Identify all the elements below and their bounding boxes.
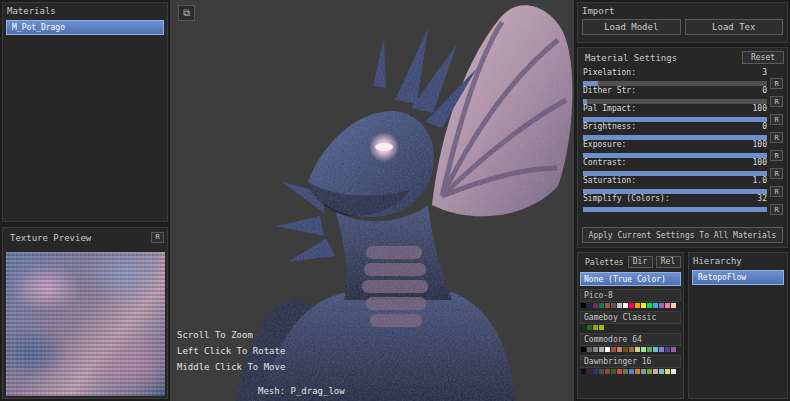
load-model-button[interactable]: Load Model xyxy=(582,19,681,35)
palette-swatch xyxy=(653,369,658,374)
palette-swatch xyxy=(605,369,610,374)
slider-reset-button[interactable]: R xyxy=(770,150,783,161)
texture-preview-image xyxy=(6,252,165,396)
palette-name: Dawnbringer 16 xyxy=(580,355,681,368)
slider-reset-button[interactable]: R xyxy=(770,204,783,215)
slider-fill xyxy=(583,207,767,212)
palette-name: None (True Color) xyxy=(580,272,681,286)
hierarchy-list: RetopoFlow xyxy=(689,267,787,288)
viewport-flip-button[interactable]: ⧉ xyxy=(178,5,195,21)
slider-dither-str: Dither Str: 0 R xyxy=(583,86,783,104)
palette-item[interactable]: Pico-8 xyxy=(580,289,681,308)
slider-exposure: Exposure: 100 R xyxy=(583,140,783,158)
flip-icon: ⧉ xyxy=(183,7,190,19)
palette-swatch xyxy=(581,347,586,352)
slider-label: Saturation: xyxy=(583,176,636,185)
hierarchy-title: Hierarchy xyxy=(689,253,787,267)
palette-swatch xyxy=(641,369,646,374)
slider-value: 0 xyxy=(762,86,767,95)
palette-swatch xyxy=(599,347,604,352)
palette-swatch xyxy=(611,303,616,308)
palettes-title: Palettes xyxy=(581,255,628,268)
hierarchy-item[interactable]: RetopoFlow xyxy=(692,270,784,285)
slider-track[interactable] xyxy=(583,207,767,212)
palette-swatch xyxy=(623,369,628,374)
slider-reset-button[interactable]: R xyxy=(770,78,783,89)
slider-reset-button[interactable]: R xyxy=(770,132,783,143)
palette-swatch xyxy=(611,347,616,352)
palette-swatch xyxy=(641,347,646,352)
slider-pal-impact: Pal Impact: 100 R xyxy=(583,104,783,122)
texture-reset-button[interactable]: R xyxy=(151,232,164,243)
palette-swatch xyxy=(581,369,586,374)
materials-title: Materials xyxy=(3,3,167,17)
slider-reset-button[interactable]: R xyxy=(770,96,783,107)
palette-swatch xyxy=(587,369,592,374)
app-root: Materials M_Pot_Drago Texture Preview R xyxy=(0,0,790,401)
palette-swatch xyxy=(581,325,586,330)
palette-swatch xyxy=(593,303,598,308)
reset-button[interactable]: Reset xyxy=(742,51,784,64)
materials-list: M_Pot_Drago xyxy=(3,17,167,38)
slider-simplify-colors: Simplify (Colors): 32 R xyxy=(583,194,783,212)
viewport-3d[interactable]: ⧉ Scroll To Zoom Left Click To Rotate Mi… xyxy=(170,0,574,401)
palette-swatch xyxy=(623,303,628,308)
slider-reset-button[interactable]: R xyxy=(770,168,783,179)
palette-swatch xyxy=(635,347,640,352)
slider-value: 0 xyxy=(762,122,767,131)
palette-swatch xyxy=(665,303,670,308)
hierarchy-panel: Hierarchy RetopoFlow xyxy=(688,252,788,399)
slider-reset-button[interactable]: R xyxy=(770,186,783,197)
material-settings-title: Material Settings xyxy=(581,50,681,64)
palette-swatch xyxy=(593,369,598,374)
slider-value: 32 xyxy=(757,194,767,203)
palette-swatch xyxy=(587,303,592,308)
palette-swatch xyxy=(665,347,670,352)
palette-swatch xyxy=(599,325,604,330)
palette-swatch xyxy=(605,303,610,308)
palette-swatch xyxy=(665,369,670,374)
palette-swatch xyxy=(629,303,634,308)
palette-swatch xyxy=(659,347,664,352)
palette-item[interactable]: Commodore 64 xyxy=(580,333,681,352)
slider-value: 100 xyxy=(753,158,767,167)
material-item[interactable]: M_Pot_Drago xyxy=(6,20,164,35)
slider-label: Pixelation: xyxy=(583,68,636,77)
palette-swatches xyxy=(581,369,681,374)
palette-swatch xyxy=(593,347,598,352)
palette-name: Pico-8 xyxy=(580,289,681,302)
apply-all-button[interactable]: Apply Current Settings To All Materials xyxy=(582,227,783,243)
slider-value: 100 xyxy=(753,140,767,149)
slider-saturation: Saturation: 1.0 R xyxy=(583,176,783,194)
slider-label: Dither Str: xyxy=(583,86,636,95)
palette-swatch xyxy=(617,347,622,352)
materials-panel: Materials M_Pot_Drago xyxy=(2,2,168,222)
palettes-dir-button[interactable]: Dir xyxy=(628,256,653,268)
material-settings-panel: Material Settings Reset Pixelation: 3 R … xyxy=(577,47,788,248)
palette-item[interactable]: Dawnbringer 16 xyxy=(580,355,681,374)
slider-value: 100 xyxy=(753,104,767,113)
palette-item[interactable]: Gameboy Classic xyxy=(580,311,681,330)
palette-swatch xyxy=(629,347,634,352)
slider-reset-button[interactable]: R xyxy=(770,114,783,125)
palette-swatch xyxy=(635,369,640,374)
slider-pixelation: Pixelation: 3 R xyxy=(583,68,783,86)
palette-swatch xyxy=(659,303,664,308)
palettes-rel-button[interactable]: Rel xyxy=(656,256,681,268)
palette-swatch xyxy=(641,303,646,308)
mesh-label: Mesh: P_drag_low xyxy=(258,386,345,396)
texture-preview-panel: Texture Preview R xyxy=(2,227,168,399)
palette-swatch xyxy=(653,303,658,308)
palette-swatch xyxy=(629,369,634,374)
texture-preview-title: Texture Preview xyxy=(6,230,95,244)
palette-swatches xyxy=(581,325,681,330)
palette-swatch xyxy=(593,325,598,330)
palette-swatch xyxy=(581,303,586,308)
viewport-hints: Scroll To Zoom Left Click To Rotate Midd… xyxy=(177,327,285,375)
load-tex-button[interactable]: Load Tex xyxy=(685,19,784,35)
sliders: Pixelation: 3 R Dither Str: 0 R xyxy=(583,68,783,212)
palette-swatches xyxy=(581,303,681,308)
palette-item[interactable]: None (True Color) xyxy=(580,272,681,286)
slider-value: 3 xyxy=(762,68,767,77)
palette-swatch xyxy=(659,369,664,374)
